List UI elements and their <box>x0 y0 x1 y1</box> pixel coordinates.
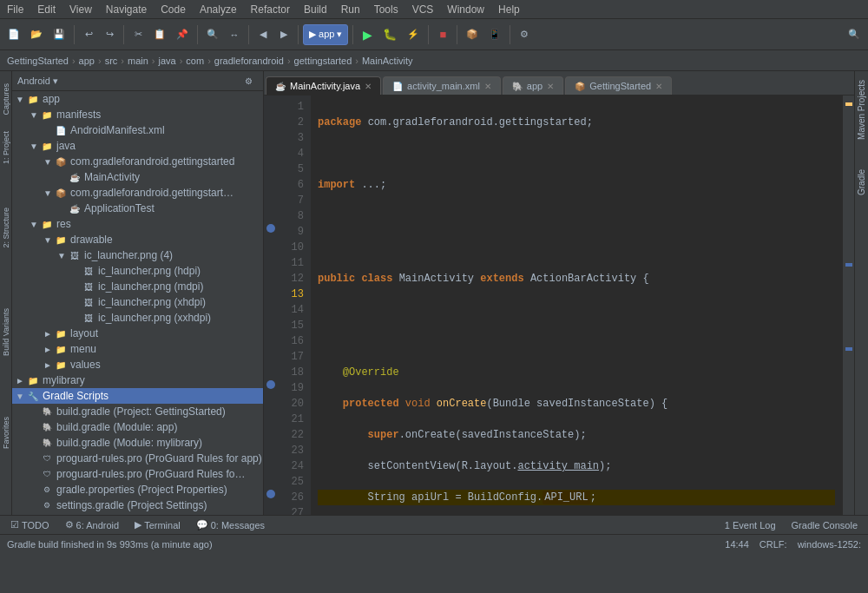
find-button[interactable]: 🔍 <box>202 24 223 45</box>
line-num-10: 10 <box>283 240 304 255</box>
tree-settings-gradle[interactable]: ⚙ settings.gradle (Project Settings) <box>12 497 263 513</box>
tree-apptest[interactable]: ☕ ApplicationTest <box>12 201 263 216</box>
breadcrumb-gettingstarted[interactable]: gettingstarted <box>294 56 352 66</box>
save-button[interactable]: 💾 <box>49 24 69 45</box>
tab-app[interactable]: 🐘 app ✕ <box>503 76 563 95</box>
todo-tab[interactable]: ☑ TODO <box>3 517 56 532</box>
gradle-tab[interactable]: Gradle <box>855 164 868 201</box>
tree-app[interactable]: ▼ 📁 app <box>12 91 263 107</box>
tree-manifests[interactable]: ▼ 📁 manifests <box>12 107 263 122</box>
maven-projects-tab[interactable]: Maven Projects <box>855 75 868 145</box>
build-variants-tab[interactable]: Build Variants <box>1 305 11 359</box>
project-tab[interactable]: 1: Project <box>1 128 11 168</box>
breadcrumb-mainactivity[interactable]: MainActivity <box>362 56 413 66</box>
copy-button[interactable]: 📋 <box>149 24 170 45</box>
android-tab[interactable]: ⚙ 6: Android <box>58 517 127 532</box>
tree-drawable[interactable]: ▼ 📁 drawable <box>12 232 263 247</box>
code-content[interactable]: package com.gradleforandroid.gettingstar… <box>311 96 842 515</box>
stop-button[interactable]: ■ <box>433 24 452 45</box>
favorites-tab[interactable]: Favorites <box>1 413 11 452</box>
tab-mainactivity[interactable]: ☕ MainActivity.java ✕ <box>266 76 381 95</box>
tree-build-gradle-mylib[interactable]: 🐘 build.gradle (Module: mylibrary) <box>12 435 263 451</box>
search-everywhere[interactable]: 🔍 <box>844 24 865 45</box>
tree-gradle-properties[interactable]: ⚙ gradle.properties (Project Properties) <box>12 482 263 497</box>
menu-refactor[interactable]: Refactor <box>244 2 297 17</box>
event-log-tab[interactable]: 1 Event Log <box>718 518 783 532</box>
sdk-manager[interactable]: 📦 <box>462 24 483 45</box>
menu-window[interactable]: Window <box>440 2 491 17</box>
tree-gradle-scripts[interactable]: ▼ 🔧 Gradle Scripts <box>12 388 263 404</box>
menu-build[interactable]: Build <box>297 2 334 17</box>
tab-close[interactable]: ✕ <box>547 82 554 91</box>
tree-res[interactable]: ▼ 📁 res <box>12 216 263 232</box>
menu-code[interactable]: Code <box>154 2 193 17</box>
tree-build-gradle-project[interactable]: 🐘 build.gradle (Project: GettingStarted) <box>12 404 263 419</box>
menu-analyze[interactable]: Analyze <box>193 2 244 17</box>
sidebar-settings[interactable]: ⚙ <box>239 73 258 89</box>
tree-java[interactable]: ▼ 📁 java <box>12 138 263 154</box>
menu-view[interactable]: View <box>62 2 99 17</box>
captures-tab[interactable]: Captures <box>1 80 11 119</box>
menu-tools[interactable]: Tools <box>367 2 405 17</box>
menu-vcs[interactable]: VCS <box>405 2 441 17</box>
structure-tab[interactable]: 2: Structure <box>1 204 11 252</box>
tree-values[interactable]: ► 📁 values <box>12 357 263 372</box>
menu-file[interactable]: File <box>0 2 30 17</box>
tree-proguard-app[interactable]: 🛡 proguard-rules.pro (ProGuard Rules for… <box>12 451 263 466</box>
run-config-dropdown[interactable]: ▶ app ▾ <box>303 24 348 45</box>
open-button[interactable]: 📂 <box>26 24 47 45</box>
tree-ic-launcher-xxhdpi[interactable]: 🖼 ic_launcher.png (xxhdpi) <box>12 310 263 326</box>
tab-gettingstarted[interactable]: 📦 GettingStarted ✕ <box>565 76 672 95</box>
tree-local-properties[interactable]: 📋 local.properties (SDK Location) <box>12 513 263 515</box>
paste-button[interactable]: 📌 <box>172 24 193 45</box>
tree-mainactivity[interactable]: ☕ MainActivity <box>12 169 263 185</box>
settings-button[interactable]: ⚙ <box>515 24 534 45</box>
debug-button[interactable]: 🐛 <box>378 24 401 45</box>
tree-ic-launcher-group[interactable]: ▼ 🖼 ic_launcher.png (4) <box>12 247 263 263</box>
breadcrumb-java[interactable]: java <box>159 56 176 66</box>
tree-ic-launcher-xhdpi[interactable]: 🖼 ic_launcher.png (xhdpi) <box>12 294 263 310</box>
tree-ic-launcher-hdpi[interactable]: 🖼 ic_launcher.png (hdpi) <box>12 263 263 279</box>
menu-edit[interactable]: Edit <box>30 2 62 17</box>
messages-tab[interactable]: 💬 0: Messages <box>189 517 272 532</box>
tab-close[interactable]: ✕ <box>365 82 372 91</box>
breadcrumb-gradleforandroid[interactable]: gradleforandroid <box>214 56 284 66</box>
sep: › <box>98 56 102 66</box>
menu-help[interactable]: Help <box>491 2 527 17</box>
apply-changes[interactable]: ⚡ <box>403 24 424 45</box>
menu-navigate[interactable]: Navigate <box>99 2 154 17</box>
tree-mylibrary[interactable]: ► 📁 mylibrary <box>12 372 263 388</box>
tab-activity-main[interactable]: 📄 activity_main.xml ✕ <box>383 76 501 95</box>
new-button[interactable]: 📄 <box>3 24 24 45</box>
tree-package2[interactable]: ▼ 📦 com.gradleforandroid.gettingstarted … <box>12 185 263 201</box>
tree-androidmanifest[interactable]: 📄 AndroidManifest.xml <box>12 122 263 138</box>
terminal-tab[interactable]: ▶ Terminal <box>128 517 187 532</box>
replace-button[interactable]: ↔ <box>225 24 244 45</box>
breadcrumb-com[interactable]: com <box>186 56 204 66</box>
gradle-icon: 🐘 <box>512 82 523 91</box>
tree-proguard-mylib[interactable]: 🛡 proguard-rules.pro (ProGuard Rules for… <box>12 466 263 482</box>
tree-ic-launcher-mdpi[interactable]: 🖼 ic_launcher.png (mdpi) <box>12 279 263 294</box>
cut-button[interactable]: ✂ <box>128 24 148 45</box>
avd-manager[interactable]: 📱 <box>484 24 505 45</box>
menu-run[interactable]: Run <box>334 2 367 17</box>
back-button[interactable]: ◀ <box>253 24 273 45</box>
line-num-22: 22 <box>283 427 304 443</box>
tree-layout[interactable]: ► 📁 layout <box>12 326 263 341</box>
tree-menu[interactable]: ► 📁 menu <box>12 341 263 357</box>
marker-line9 <box>266 224 275 233</box>
gradle-console-tab[interactable]: Gradle Console <box>785 518 865 532</box>
run-button[interactable]: ▶ <box>358 24 377 45</box>
tab-close[interactable]: ✕ <box>484 82 491 91</box>
forward-button[interactable]: ▶ <box>274 24 293 45</box>
editor-tabs: ☕ MainActivity.java ✕ 📄 activity_main.xm… <box>264 71 854 96</box>
breadcrumb-src[interactable]: src <box>105 56 118 66</box>
breadcrumb-project[interactable]: GettingStarted <box>7 56 69 66</box>
tab-close[interactable]: ✕ <box>655 82 662 91</box>
tree-package1[interactable]: ▼ 📦 com.gradleforandroid.gettingstarted <box>12 154 263 169</box>
tree-build-gradle-app[interactable]: 🐘 build.gradle (Module: app) <box>12 419 263 435</box>
breadcrumb-app[interactable]: app <box>79 56 95 66</box>
breadcrumb-main[interactable]: main <box>128 56 148 66</box>
redo-button[interactable]: ↪ <box>100 24 119 45</box>
undo-button[interactable]: ↩ <box>79 24 98 45</box>
